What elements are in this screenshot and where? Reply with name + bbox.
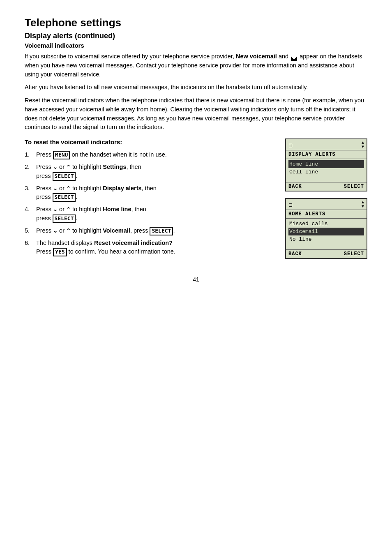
voicemail-icon [291,55,297,59]
screen-display-alerts: ◻ ▲ ▼ DISPLAY ALERTS Home line Cell line… [285,138,367,191]
instruction-title: To reset the voicemail indicators: [25,138,277,145]
arrow-down-icon: ▼ [362,145,364,149]
screen1-item-home-line: Home line [288,160,364,168]
step-6: 6. The handset displays Reset voicemail … [25,239,277,257]
page-title: Telephone settings [25,16,367,29]
paragraph-1: If you subscribe to voicemail service of… [25,52,367,79]
screen2-back-label: BACK [288,251,302,257]
steps-left: To reset the voicemail indicators: 1. Pr… [25,138,277,260]
steps-section: To reset the voicemail indicators: 1. Pr… [25,138,367,260]
screen1-phone-icon: ◻ [288,141,292,149]
bold-home-line: Home line [103,206,131,212]
section-title: Display alerts (continued) [25,32,367,40]
bold-reset-prompt: Reset voicemail indication? [94,240,173,246]
screen2-arrows: ▲ ▼ [362,201,364,209]
screen-home-alerts: ◻ ▲ ▼ HOME ALERTS Missed calls Voicemail… [285,198,367,259]
step-5: 5. Press ⌄ or ⌃ to highlight Voicemail, … [25,226,277,235]
step-4: 4. Press ⌄ or ⌃ to highlight Home line, … [25,205,277,223]
step-num-2: 2. [25,163,36,181]
paragraph-3: Reset the voicemail indicators when the … [25,96,367,132]
screen1-item-cell-line: Cell line [288,168,364,176]
step-num-3: 3. [25,184,36,202]
screen1-top-bar: ◻ ▲ ▼ [286,139,367,150]
screen1-bottom-bar: BACK SELECT [286,182,367,191]
screen1-items: Home line Cell line [286,159,367,177]
screen2-top-bar: ◻ ▲ ▼ [286,199,367,210]
chevron-up-icon: ⌃ [66,163,71,171]
step-content-3: Press ⌄ or ⌃ to highlight Display alerts… [36,184,277,202]
paragraph-2: After you have listened to all new voice… [25,83,367,92]
select-key-3: SELECT [53,193,76,202]
step-content-4: Press ⌄ or ⌃ to highlight Home line, the… [36,205,277,223]
screen2-item-missed-calls: Missed calls [288,220,364,228]
bold-settings: Settings [103,164,126,170]
step-content-5: Press ⌄ or ⌃ to highlight Voicemail, pre… [36,226,277,235]
step-3: 3. Press ⌄ or ⌃ to highlight Display ale… [25,184,277,202]
yes-key: YES [53,248,67,256]
screen2-phone-icon: ◻ [288,201,292,209]
arrow-down-icon-2: ▼ [362,205,364,209]
screens-right: ◻ ▲ ▼ DISPLAY ALERTS Home line Cell line… [285,138,367,260]
step-num-4: 4. [25,205,36,223]
step-content-2: Press ⌄ or ⌃ to highlight Settings, then… [36,163,277,181]
steps-list: 1. Press MENU on the handset when it is … [25,150,277,256]
screen1-back-label: BACK [288,184,302,189]
svg-marker-0 [291,56,297,61]
page-number: 41 [25,276,367,283]
screen2-item-no-line: No line [288,235,364,243]
screen2-select-label: SELECT [344,251,364,257]
chevron-down-icon: ⌄ [53,163,58,171]
screen2-title: HOME ALERTS [286,210,367,219]
select-key: SELECT [53,172,76,181]
screen1-select-label: SELECT [344,184,364,189]
bold-voicemail: Voicemail [103,227,130,234]
screen2-item-voicemail: Voicemail [288,228,364,235]
screen1-title: DISPLAY ALERTS [286,150,367,159]
step-num-1: 1. [25,150,36,159]
chevron-up-icon-3: ⌃ [66,185,71,193]
step-num-5: 5. [25,226,36,235]
chevron-down-icon-4: ⌄ [53,205,58,214]
step-2: 2. Press ⌄ or ⌃ to highlight Settings, t… [25,163,277,181]
screen2-bottom-bar: BACK SELECT [286,249,367,258]
step-1: 1. Press MENU on the handset when it is … [25,150,277,159]
screen1-arrows: ▲ ▼ [362,141,364,149]
chevron-down-icon-3: ⌄ [53,185,58,193]
step-num-6: 6. [25,239,36,257]
screen2-items: Missed calls Voicemail No line [286,219,367,245]
chevron-up-icon-4: ⌃ [66,205,71,214]
bold-display-alerts: Display alerts [103,185,141,191]
select-key-5: SELECT [150,227,173,235]
bold-new-voicemail: New voicemail [236,53,277,60]
step-content-6: The handset displays Reset voicemail ind… [36,239,277,257]
select-key-4: SELECT [53,215,76,223]
step-content-1: Press MENU on the handset when it is not… [36,150,277,159]
subsection-title: Voicemail indicators [25,42,367,49]
chevron-down-icon-5: ⌄ [53,227,58,235]
menu-key: MENU [53,151,70,159]
chevron-up-icon-5: ⌃ [66,227,71,235]
